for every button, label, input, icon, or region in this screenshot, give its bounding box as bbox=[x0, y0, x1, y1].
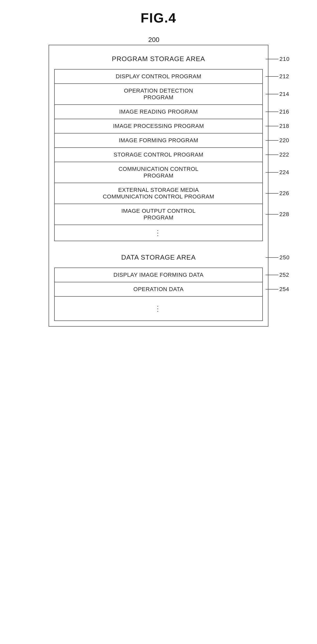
figure-title: FIG.4 bbox=[141, 10, 176, 26]
ref-220: 220 bbox=[279, 137, 289, 144]
main-ref-label: 200 bbox=[148, 36, 268, 44]
image-reading-program-row: IMAGE READING PROGRAM 216 bbox=[55, 105, 262, 119]
operation-detection-program-row: OPERATION DETECTIONPROGRAM 214 bbox=[55, 84, 262, 105]
operation-data-row: OPERATION DATA 254 bbox=[55, 282, 262, 297]
external-storage-media-program-row: EXTERNAL STORAGE MEDIACOMMUNICATION CONT… bbox=[55, 183, 262, 204]
data-storage-ref: 250 bbox=[279, 254, 290, 261]
page-container: FIG.4 200 PROGRAM STORAGE AREA 210 DISPL… bbox=[31, 10, 286, 334]
storage-control-program-row: STORAGE CONTROL PROGRAM 222 bbox=[55, 148, 262, 162]
ref-254: 254 bbox=[279, 286, 289, 293]
data-storage-section: DATA STORAGE AREA 250 DISPLAY IMAGE FORM… bbox=[54, 249, 263, 321]
program-storage-ref: 210 bbox=[279, 56, 290, 62]
communication-control-program-row: COMMUNICATION CONTROLPROGRAM 224 bbox=[55, 162, 262, 183]
ref-216: 216 bbox=[279, 108, 289, 115]
ref-212: 212 bbox=[279, 73, 289, 80]
ref-218: 218 bbox=[279, 123, 289, 129]
display-control-program-row: DISPLAY CONTROL PROGRAM 212 bbox=[55, 70, 262, 84]
ref-224: 224 bbox=[279, 169, 289, 176]
image-forming-program-row: IMAGE FORMING PROGRAM 220 bbox=[55, 134, 262, 148]
ref-214: 214 bbox=[279, 91, 289, 97]
data-storage-label: DATA STORAGE AREA 250 bbox=[54, 249, 263, 266]
program-dots: ⋮ bbox=[55, 225, 262, 241]
data-dots: ⋮ bbox=[55, 297, 262, 320]
ref-222: 222 bbox=[279, 151, 289, 158]
image-processing-program-row: IMAGE PROCESSING PROGRAM 218 bbox=[55, 119, 262, 134]
programs-inner-box: DISPLAY CONTROL PROGRAM 212 OPERATION DE… bbox=[54, 69, 263, 241]
program-storage-label: PROGRAM STORAGE AREA 210 bbox=[54, 50, 263, 68]
ref-226: 226 bbox=[279, 190, 289, 197]
data-inner-box: DISPLAY IMAGE FORMING DATA 252 OPERATION… bbox=[54, 268, 263, 321]
display-image-forming-data-row: DISPLAY IMAGE FORMING DATA 252 bbox=[55, 268, 262, 282]
ref-252: 252 bbox=[279, 272, 289, 278]
outer-box: PROGRAM STORAGE AREA 210 DISPLAY CONTROL… bbox=[49, 45, 268, 327]
image-output-control-program-row: IMAGE OUTPUT CONTROLPROGRAM 228 bbox=[55, 204, 262, 225]
ref-228: 228 bbox=[279, 211, 289, 218]
program-storage-section: PROGRAM STORAGE AREA 210 DISPLAY CONTROL… bbox=[54, 50, 263, 241]
